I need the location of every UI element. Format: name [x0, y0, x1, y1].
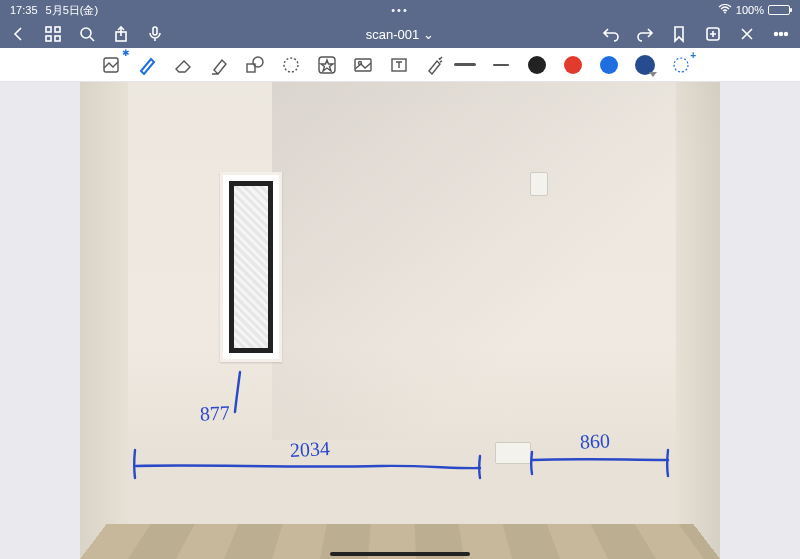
room-window — [220, 172, 282, 362]
color-red[interactable] — [560, 52, 586, 78]
ipad-status-bar: 17:35 5月5日(金) ••• 100% — [0, 0, 800, 20]
svg-rect-2 — [55, 27, 60, 32]
chevron-down-icon: ⌄ — [423, 27, 434, 42]
battery-icon — [768, 5, 790, 15]
redo-button[interactable] — [636, 25, 654, 43]
document-page[interactable]: 877 2034 860 — [80, 82, 720, 559]
color-black[interactable] — [524, 52, 550, 78]
stroke-width-thin[interactable] — [488, 52, 514, 78]
more-button[interactable] — [772, 25, 790, 43]
search-button[interactable] — [78, 25, 96, 43]
back-button[interactable] — [10, 25, 28, 43]
svg-point-5 — [81, 28, 91, 38]
bookmark-button[interactable] — [670, 25, 688, 43]
pen-tool[interactable] — [134, 52, 160, 78]
svg-rect-1 — [46, 27, 51, 32]
grid-view-button[interactable] — [44, 25, 62, 43]
wall-switch — [530, 172, 548, 196]
highlighter-tool[interactable] — [206, 52, 232, 78]
laser-pointer-tool[interactable] — [422, 52, 448, 78]
mic-button[interactable] — [146, 25, 164, 43]
battery-percent: 100% — [736, 4, 764, 16]
svg-rect-7 — [153, 27, 157, 35]
svg-point-14 — [253, 57, 263, 67]
annotation-window-gap: 877 — [199, 401, 230, 426]
color-navy-picker[interactable] — [632, 52, 658, 78]
lasso-tool[interactable] — [278, 52, 304, 78]
svg-point-11 — [785, 33, 788, 36]
share-button[interactable] — [112, 25, 130, 43]
status-date: 5月5日(金) — [46, 3, 99, 18]
svg-point-9 — [775, 33, 778, 36]
app-titlebar: scan-001 ⌄ — [0, 20, 800, 48]
annotation-span-right: 860 — [579, 429, 610, 454]
add-color-button[interactable] — [668, 52, 694, 78]
svg-rect-4 — [55, 36, 60, 41]
doc-title-label: scan-001 — [366, 27, 419, 42]
close-button[interactable] — [738, 25, 756, 43]
svg-point-0 — [724, 12, 726, 14]
insert-image-tool[interactable] — [350, 52, 376, 78]
room-photo — [80, 82, 720, 559]
svg-point-10 — [780, 33, 783, 36]
add-page-button[interactable] — [704, 25, 722, 43]
text-tool[interactable] — [386, 52, 412, 78]
status-center-ellipsis: ••• — [391, 4, 409, 16]
shapes-tool[interactable] — [242, 52, 268, 78]
drawing-toolbar — [0, 48, 800, 82]
stroke-width-medium[interactable] — [452, 52, 478, 78]
svg-point-15 — [284, 58, 298, 72]
image-select-tool[interactable] — [98, 52, 124, 78]
color-blue[interactable] — [596, 52, 622, 78]
status-time: 17:35 — [10, 4, 38, 16]
svg-point-20 — [674, 58, 688, 72]
canvas-area[interactable]: 877 2034 860 — [0, 82, 800, 559]
wifi-icon — [718, 4, 732, 16]
doc-title-button[interactable]: scan-001 ⌄ — [366, 27, 434, 42]
annotation-span-left: 2034 — [289, 437, 330, 462]
undo-button[interactable] — [602, 25, 620, 43]
wall-outlet — [495, 442, 531, 464]
svg-rect-3 — [46, 36, 51, 41]
eraser-tool[interactable] — [170, 52, 196, 78]
favorites-tool[interactable] — [314, 52, 340, 78]
home-indicator[interactable] — [330, 552, 470, 556]
